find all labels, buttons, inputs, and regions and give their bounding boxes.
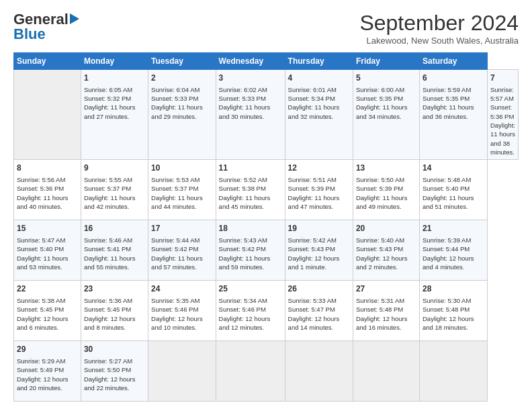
- calendar-week-row: 29Sunrise: 5:29 AMSunset: 5:49 PMDayligh…: [14, 341, 519, 402]
- calendar-day-cell: 2Sunrise: 6:04 AMSunset: 5:33 PMDaylight…: [148, 70, 216, 160]
- calendar-day-cell: 28Sunrise: 5:30 AMSunset: 5:48 PMDayligh…: [419, 281, 487, 341]
- calendar-day-cell: 24Sunrise: 5:35 AMSunset: 5:46 PMDayligh…: [148, 281, 216, 341]
- day-data: Sunrise: 5:44 AMSunset: 5:42 PMDaylight:…: [151, 236, 213, 271]
- calendar-day-cell: [14, 70, 81, 160]
- calendar-week-row: 22Sunrise: 5:38 AMSunset: 5:45 PMDayligh…: [14, 281, 519, 341]
- calendar-header-row: SundayMondayTuesdayWednesdayThursdayFrid…: [14, 53, 519, 70]
- day-data: Sunrise: 5:43 AMSunset: 5:42 PMDaylight:…: [219, 236, 282, 271]
- day-number: 3: [219, 73, 282, 84]
- day-number: 24: [151, 283, 213, 295]
- calendar-week-row: 15Sunrise: 5:47 AMSunset: 5:40 PMDayligh…: [14, 220, 519, 281]
- day-data: Sunrise: 5:47 AMSunset: 5:40 PMDaylight:…: [17, 236, 78, 271]
- calendar-day-cell: 7Sunrise: 5:57 AMSunset: 5:36 PMDaylight…: [487, 70, 518, 160]
- day-number: 25: [219, 283, 282, 295]
- calendar-day-cell: 1Sunrise: 6:05 AMSunset: 5:32 PMDaylight…: [81, 70, 148, 160]
- day-header-wednesday: Wednesday: [216, 53, 285, 70]
- day-header-tuesday: Tuesday: [148, 53, 216, 70]
- day-number: 26: [288, 283, 350, 295]
- day-data: Sunrise: 6:04 AMSunset: 5:33 PMDaylight:…: [151, 85, 213, 121]
- calendar-day-cell: 8Sunrise: 5:56 AMSunset: 5:36 PMDaylight…: [14, 160, 81, 220]
- calendar-day-cell: 16Sunrise: 5:46 AMSunset: 5:41 PMDayligh…: [81, 220, 148, 281]
- svg-marker-0: [70, 13, 79, 24]
- day-number: 7: [490, 73, 515, 84]
- day-data: Sunrise: 6:02 AMSunset: 5:33 PMDaylight:…: [219, 85, 282, 121]
- calendar-day-cell: 11Sunrise: 5:52 AMSunset: 5:38 PMDayligh…: [216, 160, 285, 220]
- day-data: Sunrise: 5:42 AMSunset: 5:43 PMDaylight:…: [288, 236, 350, 271]
- day-number: 6: [423, 73, 484, 84]
- day-number: 17: [151, 223, 213, 234]
- calendar-day-cell: 9Sunrise: 5:55 AMSunset: 5:37 PMDaylight…: [81, 160, 148, 220]
- day-header-sunday: Sunday: [14, 53, 81, 70]
- day-number: 5: [356, 73, 416, 84]
- calendar-day-cell: 13Sunrise: 5:50 AMSunset: 5:39 PMDayligh…: [353, 160, 419, 220]
- calendar-day-cell: 5Sunrise: 6:00 AMSunset: 5:35 PMDaylight…: [353, 70, 419, 160]
- calendar-day-cell: [148, 341, 216, 402]
- calendar-day-cell: 19Sunrise: 5:42 AMSunset: 5:43 PMDayligh…: [285, 220, 353, 281]
- day-header-friday: Friday: [353, 53, 419, 70]
- logo: General Blue: [13, 11, 83, 43]
- day-number: 21: [423, 223, 484, 234]
- calendar-day-cell: 6Sunrise: 5:59 AMSunset: 5:35 PMDaylight…: [419, 70, 487, 160]
- calendar-day-cell: 26Sunrise: 5:33 AMSunset: 5:47 PMDayligh…: [285, 281, 353, 341]
- day-data: Sunrise: 5:50 AMSunset: 5:39 PMDaylight:…: [356, 175, 416, 211]
- day-data: Sunrise: 5:59 AMSunset: 5:35 PMDaylight:…: [423, 85, 484, 121]
- day-number: 14: [423, 163, 484, 174]
- location-title: Lakewood, New South Wales, Australia: [359, 36, 519, 46]
- day-data: Sunrise: 5:48 AMSunset: 5:40 PMDaylight:…: [423, 175, 484, 211]
- day-number: 12: [288, 163, 350, 174]
- calendar-week-row: 8Sunrise: 5:56 AMSunset: 5:36 PMDaylight…: [14, 160, 519, 220]
- calendar-day-cell: 21Sunrise: 5:39 AMSunset: 5:44 PMDayligh…: [419, 220, 487, 281]
- calendar-day-cell: 14Sunrise: 5:48 AMSunset: 5:40 PMDayligh…: [419, 160, 487, 220]
- day-number: 11: [219, 163, 282, 174]
- calendar-day-cell: 22Sunrise: 5:38 AMSunset: 5:45 PMDayligh…: [14, 281, 81, 341]
- day-number: 29: [17, 344, 78, 355]
- calendar-day-cell: [419, 341, 487, 402]
- calendar-day-cell: 4Sunrise: 6:01 AMSunset: 5:34 PMDaylight…: [285, 70, 353, 160]
- calendar-day-cell: 12Sunrise: 5:51 AMSunset: 5:39 PMDayligh…: [285, 160, 353, 220]
- day-data: Sunrise: 5:56 AMSunset: 5:36 PMDaylight:…: [17, 175, 78, 211]
- day-data: Sunrise: 5:46 AMSunset: 5:41 PMDaylight:…: [84, 236, 145, 271]
- day-data: Sunrise: 5:53 AMSunset: 5:37 PMDaylight:…: [151, 175, 213, 211]
- calendar-day-cell: [216, 341, 285, 402]
- calendar-table: SundayMondayTuesdayWednesdayThursdayFrid…: [13, 52, 519, 402]
- calendar-day-cell: 23Sunrise: 5:36 AMSunset: 5:45 PMDayligh…: [81, 281, 148, 341]
- calendar-day-cell: 30Sunrise: 5:27 AMSunset: 5:50 PMDayligh…: [81, 341, 148, 402]
- title-area: September 2024 Lakewood, New South Wales…: [359, 11, 519, 46]
- day-number: 28: [423, 283, 484, 295]
- day-number: 10: [151, 163, 213, 174]
- day-data: Sunrise: 5:57 AMSunset: 5:36 PMDaylight:…: [490, 85, 515, 156]
- calendar-day-cell: 15Sunrise: 5:47 AMSunset: 5:40 PMDayligh…: [14, 220, 81, 281]
- day-data: Sunrise: 6:05 AMSunset: 5:32 PMDaylight:…: [84, 85, 145, 121]
- day-data: Sunrise: 5:52 AMSunset: 5:38 PMDaylight:…: [219, 175, 282, 211]
- calendar-day-cell: 17Sunrise: 5:44 AMSunset: 5:42 PMDayligh…: [148, 220, 216, 281]
- day-number: 19: [288, 223, 350, 234]
- day-number: 30: [84, 344, 145, 355]
- day-data: Sunrise: 5:30 AMSunset: 5:48 PMDaylight:…: [423, 296, 484, 332]
- day-data: Sunrise: 6:01 AMSunset: 5:34 PMDaylight:…: [288, 85, 350, 121]
- day-data: Sunrise: 5:31 AMSunset: 5:48 PMDaylight:…: [356, 296, 416, 332]
- day-data: Sunrise: 5:29 AMSunset: 5:49 PMDaylight:…: [17, 357, 78, 392]
- day-number: 1: [84, 73, 145, 84]
- day-number: 18: [219, 223, 282, 234]
- day-number: 22: [17, 283, 78, 295]
- calendar-day-cell: 27Sunrise: 5:31 AMSunset: 5:48 PMDayligh…: [353, 281, 419, 341]
- day-data: Sunrise: 5:40 AMSunset: 5:43 PMDaylight:…: [356, 236, 416, 271]
- day-data: Sunrise: 5:27 AMSunset: 5:50 PMDaylight:…: [84, 357, 145, 392]
- day-data: Sunrise: 5:36 AMSunset: 5:45 PMDaylight:…: [84, 296, 145, 332]
- day-number: 8: [17, 163, 78, 174]
- calendar-day-cell: [353, 341, 419, 402]
- page-header: General Blue September 2024 Lakewood, Ne…: [13, 11, 519, 46]
- day-number: 15: [17, 223, 78, 234]
- calendar-day-cell: [285, 341, 353, 402]
- day-number: 20: [356, 223, 416, 234]
- day-data: Sunrise: 5:38 AMSunset: 5:45 PMDaylight:…: [17, 296, 78, 332]
- calendar-week-row: 1Sunrise: 6:05 AMSunset: 5:32 PMDaylight…: [14, 70, 519, 160]
- day-data: Sunrise: 6:00 AMSunset: 5:35 PMDaylight:…: [356, 85, 416, 121]
- day-header-saturday: Saturday: [419, 53, 487, 70]
- day-number: 4: [288, 73, 350, 84]
- calendar-day-cell: 10Sunrise: 5:53 AMSunset: 5:37 PMDayligh…: [148, 160, 216, 220]
- day-number: 23: [84, 283, 145, 295]
- day-number: 27: [356, 283, 416, 295]
- day-header-monday: Monday: [81, 53, 148, 70]
- calendar-day-cell: 3Sunrise: 6:02 AMSunset: 5:33 PMDaylight…: [216, 70, 285, 160]
